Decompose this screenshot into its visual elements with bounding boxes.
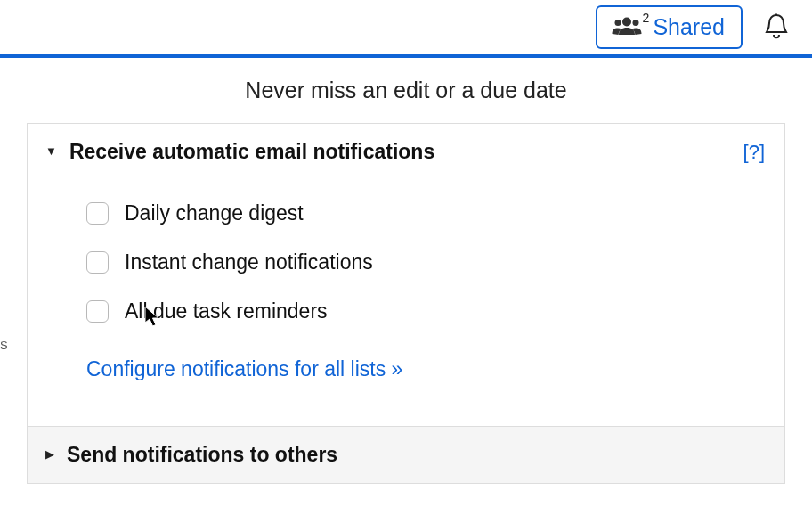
option-label: Daily change digest [125, 201, 304, 225]
shared-label: Shared [653, 14, 725, 40]
option-daily-digest[interactable]: Daily change digest [86, 201, 767, 225]
caret-down-icon: ▼ [45, 144, 57, 158]
sections-container: ▼ Receive automatic email notifications … [27, 123, 785, 484]
panel-title: Never miss an edit or a due date [0, 58, 812, 123]
svg-point-2 [633, 20, 639, 26]
receive-options: Daily change digest Instant change notif… [28, 180, 784, 426]
section-receive-title: Receive automatic email notifications [69, 140, 434, 164]
section-send-title: Send notifications to others [67, 443, 337, 467]
option-instant-notifications[interactable]: Instant change notifications [86, 250, 767, 274]
help-link[interactable]: [?] [743, 141, 765, 164]
configure-all-lists-link[interactable]: Configure notifications for all lists » [86, 357, 402, 381]
shared-button[interactable]: 2 Shared [596, 5, 743, 49]
people-icon [612, 16, 642, 39]
edge-fragment: – [0, 249, 6, 263]
checkbox-daily-digest[interactable] [86, 202, 109, 225]
option-label: All due task reminders [125, 299, 328, 323]
caret-right-icon: ▶ [45, 447, 54, 461]
svg-point-1 [615, 20, 621, 26]
checkbox-due-reminders[interactable] [86, 300, 109, 323]
edge-fragment: S [0, 339, 8, 352]
svg-point-0 [622, 17, 631, 26]
bell-icon[interactable] [764, 12, 789, 43]
option-label: Instant change notifications [125, 250, 373, 274]
checkbox-instant-notifications[interactable] [86, 251, 109, 274]
shared-count-badge: 2 [642, 11, 649, 25]
option-due-reminders[interactable]: All due task reminders [86, 299, 767, 323]
topbar: 2 Shared [0, 0, 812, 58]
section-send-header[interactable]: ▶ Send notifications to others [28, 426, 784, 483]
section-receive-header[interactable]: ▼ Receive automatic email notifications … [28, 124, 784, 180]
